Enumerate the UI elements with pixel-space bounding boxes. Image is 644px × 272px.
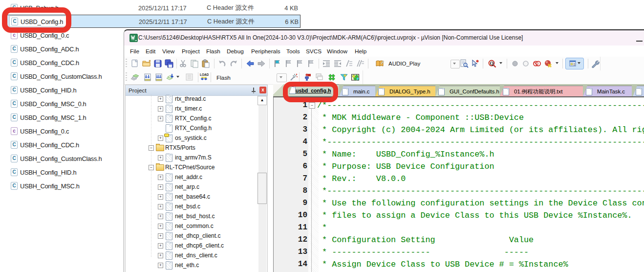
svg-text:LOAD: LOAD xyxy=(200,73,209,76)
svg-text:Q: Q xyxy=(490,61,494,66)
